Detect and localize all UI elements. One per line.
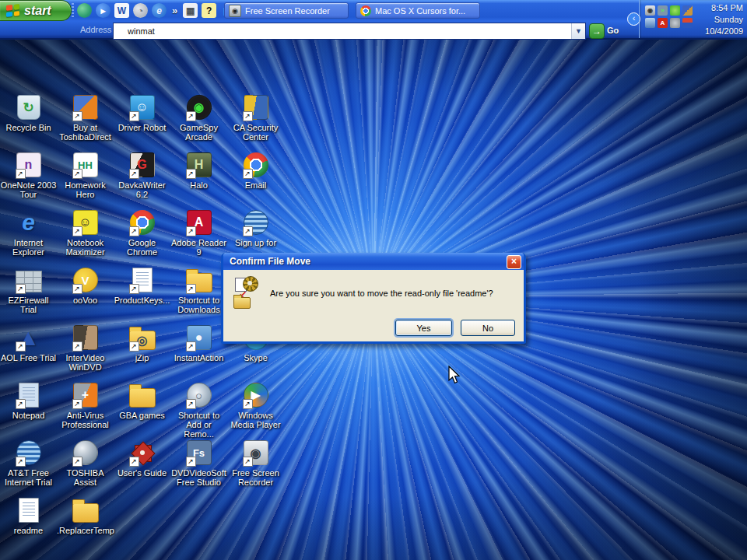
windows-flag-icon — [6, 4, 19, 17]
desktop-icon-readme[interactable]: readme — [0, 497, 57, 535]
shortcut-arrow-badge: ↗ — [243, 111, 253, 121]
desktop-icon-label: jZip — [114, 353, 170, 362]
desktop-icon-google-chrome[interactable]: ↗Google Chrome — [114, 209, 170, 257]
desktop-icon-windows-media-player[interactable]: ▶↗Windows Media Player — [227, 382, 284, 429]
shortcut-arrow-badge: ↗ — [186, 457, 196, 467]
desktop-icon-dvdvideosoft-free-studio[interactable]: Fs↗DVDVideoSoft Free Studio — [170, 439, 227, 487]
desktop-icon-internet-explorer[interactable]: eInternet Explorer — [0, 209, 57, 257]
davkawriter-62-icon: G↗ — [129, 152, 156, 178]
desktop-icon-free-screen-recorder[interactable]: ◉↗Free Screen Recorder — [227, 439, 284, 487]
media-player-quicklaunch-icon[interactable]: ▸ — [96, 3, 110, 18]
tray-hide-icons-chevron[interactable]: ‹ — [627, 12, 640, 26]
dialog-title-bar[interactable]: Confirm File Move × — [223, 253, 524, 270]
shortcut-arrow-badge: ↗ — [16, 169, 26, 179]
sign-up-for-icon: ↗ — [243, 209, 269, 236]
shortcut-arrow-badge: ↗ — [186, 341, 196, 352]
desktop-icon-label: EZFirewall Trial — [0, 296, 57, 314]
desktop-icon-label: User's Guide — [114, 468, 170, 478]
users-guide-icon: ↗ — [129, 439, 156, 466]
desktop-icon-anti-virus-professional[interactable]: +↗Anti-Virus Professional — [57, 382, 114, 429]
desktop-icon-intervideo-windvd[interactable]: ↗InterVideo WinDVD — [57, 324, 114, 372]
camera-tray-icon[interactable]: ◉ — [645, 5, 655, 16]
no-button[interactable]: No — [461, 320, 515, 336]
camera-icon: ◉ — [229, 5, 241, 17]
desktop-icon-label: TOSHIBA Assist — [57, 468, 114, 487]
go-button-label[interactable]: Go — [607, 26, 619, 35]
desktop-icon-label: Skype — [227, 353, 284, 362]
desktop-icon-shortcut-to-add-or-remove[interactable]: ○↗Shortcut to Add or Remo... — [170, 382, 227, 439]
desktop-icon-onenote-2003-tour[interactable]: n↗OneNote 2003 Tour — [0, 152, 57, 199]
desktop-icon-recycle-bin[interactable]: ↻Recycle Bin — [0, 94, 57, 132]
battery-tray-icon[interactable] — [682, 18, 693, 28]
close-icon[interactable]: × — [507, 255, 521, 269]
quicktime-quicklaunch-icon[interactable]: ◔ — [133, 3, 148, 18]
buy-at-toshibadirect-icon: ↗ — [72, 94, 99, 121]
window-button-free-screen-recorder[interactable]: ◉Free Screen Recorder — [224, 2, 349, 19]
shortcut-arrow-badge: ↗ — [72, 169, 82, 179]
window-button-label: Free Screen Recorder — [245, 6, 330, 16]
address-input[interactable] — [114, 23, 571, 39]
ati-tray-icon[interactable]: A — [658, 18, 668, 28]
tray-clock[interactable]: 8:54 PM Sunday 10/4/2009 — [705, 2, 743, 37]
desktop-icon-shortcut-to-downloads[interactable]: ↗Shortcut to Downloads — [170, 267, 227, 314]
notebook-maximizer-icon: ☺↗ — [72, 209, 99, 236]
desktop-icon-adobe-reader-9[interactable]: A↗Adobe Reader 9 — [170, 209, 227, 257]
address-dropdown-button[interactable]: ▼ — [571, 23, 585, 39]
shortcut-arrow-badge: ↗ — [186, 226, 196, 236]
desktop-icon-aol-free-trial[interactable]: ▲↗AOL Free Trial — [0, 324, 57, 362]
window-button-mac-os-x-cursors-for-[interactable]: Mac OS X Cursors for... — [356, 2, 480, 19]
desktop-icon-homework-hero[interactable]: HH↗Homework Hero — [57, 152, 114, 199]
volume-tray-icon[interactable] — [670, 18, 680, 28]
desktop-icon-productkeys[interactable]: ↗ProductKeys... — [114, 267, 170, 305]
antivirus-shield-tray-icon[interactable] — [670, 5, 680, 16]
computer-tray-icon[interactable] — [645, 18, 655, 28]
quick-launch-bar: ▸W◔e»▦?▣▾ — [77, 3, 247, 18]
start-button[interactable]: start — [0, 0, 72, 21]
shortcut-arrow-badge: ↗ — [243, 169, 253, 179]
shortcut-arrow-badge: ↗ — [72, 341, 82, 352]
desktop-icon-users-guide[interactable]: ↗User's Guide — [114, 439, 170, 478]
desktop-icon-label: OneNote 2003 Tour — [0, 180, 57, 199]
desktop-icon-gba-games[interactable]: GBA games — [114, 382, 170, 420]
desktop-icon-label: Internet Explorer — [0, 238, 57, 257]
word-quicklaunch-icon[interactable]: W — [114, 3, 129, 18]
desktop-icon-oovoo[interactable]: V↗ooVoo — [57, 267, 114, 305]
shortcut-arrow-badge: ↗ — [186, 399, 196, 409]
desktop-icon-jzip[interactable]: ◎↗jZip — [114, 324, 170, 362]
desktop-icon-label: Driver Robot — [114, 123, 170, 132]
yes-button[interactable]: Yes — [395, 320, 452, 336]
desktop-icon-ezfirewall-trial[interactable]: ↗EZFirewall Trial — [0, 267, 57, 314]
ezfirewall-trial-icon: ↗ — [16, 267, 42, 293]
keyboard-icon[interactable]: ▦ — [183, 3, 198, 18]
desktop-icon-toshiba-assist[interactable]: ↗TOSHIBA Assist — [57, 439, 114, 487]
clock-time: 8:54 PM — [705, 2, 743, 14]
desktop-icon-sign-up-for[interactable]: ↗Sign up for — [227, 209, 284, 247]
desktop-icon-davkawriter-62[interactable]: G↗DavkaWriter 6.2 — [114, 152, 170, 199]
security-shield-tray-icon[interactable] — [682, 5, 693, 16]
free-screen-recorder-icon: ◉↗ — [243, 439, 269, 466]
att-free-internet-trial-icon: ↗ — [16, 439, 42, 466]
internet-explorer-icon: e — [16, 209, 42, 236]
help-icon[interactable]: ? — [202, 3, 216, 18]
desktop-icon-ca-security-center[interactable]: ↗CA Security Center — [227, 94, 284, 142]
onenote-2003-tour-icon: n↗ — [16, 152, 42, 178]
go-button[interactable]: → — [589, 23, 605, 39]
toolbar-grip[interactable] — [72, 3, 74, 19]
quick-launch-overflow-chevron[interactable]: » — [172, 5, 177, 16]
desktop-icon-halo[interactable]: H↗Halo — [170, 152, 227, 190]
network-monitor-tray-icon[interactable]: » — [658, 5, 668, 16]
msn-quicklaunch-icon[interactable] — [77, 3, 92, 18]
desktop-icon-notebook-maximizer[interactable]: ☺↗Notebook Maximizer — [57, 209, 114, 257]
oovoo-icon: V↗ — [72, 267, 99, 293]
desktop-icon-driver-robot[interactable]: ☺↗Driver Robot — [114, 94, 170, 132]
chrome-icon — [360, 5, 371, 16]
internet-explorer-quicklaunch-icon[interactable]: e — [152, 3, 167, 18]
desktop-icon-att-free-internet-trial[interactable]: ↗AT&T Free Internet Trial — [0, 439, 57, 487]
desktop-icon-gamespy-arcade[interactable]: ◉↗GameSpy Arcade — [170, 94, 227, 142]
desktop-icon-email[interactable]: ↗Email — [227, 152, 284, 190]
desktop-icon-buy-at-toshibadirect[interactable]: ↗Buy at ToshibaDirect — [57, 94, 114, 142]
desktop-icon-notepad[interactable]: ↗Notepad — [0, 382, 57, 420]
desktop-icon-label: Google Chrome — [114, 238, 170, 257]
desktop-icon-replacertemp[interactable]: .ReplacerTemp — [57, 497, 114, 535]
desktop-icon-instantaction[interactable]: ●↗InstantAction — [170, 324, 227, 362]
